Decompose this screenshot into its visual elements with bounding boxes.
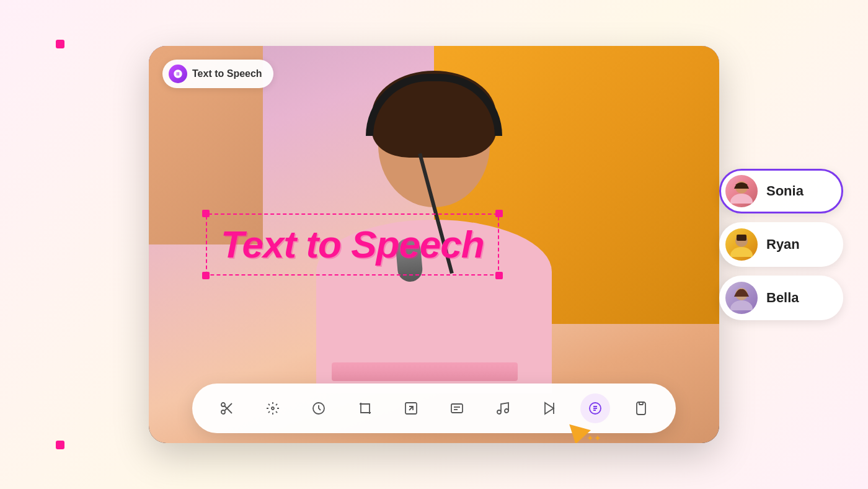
svg-marker-20: [545, 403, 554, 414]
handle-top-right[interactable]: [495, 210, 503, 217]
tool-audio[interactable]: [488, 393, 518, 423]
handle-bottom-left[interactable]: [202, 272, 210, 279]
voice-card-bella[interactable]: Bella: [719, 276, 843, 320]
svg-point-30: [730, 247, 753, 257]
svg-line-9: [268, 404, 270, 405]
voice-name-bella: Bella: [766, 290, 799, 306]
voice-card-sonia[interactable]: Sonia: [719, 169, 843, 213]
avatar-ryan-bg: [725, 228, 758, 261]
voice-name-sonia: Sonia: [766, 183, 804, 199]
avatar-sonia: [725, 175, 758, 207]
toolbar: [192, 384, 676, 433]
svg-point-0: [221, 403, 225, 406]
avatar-bella-bg: [725, 282, 758, 314]
cursor-indicator: ✦✦: [567, 427, 589, 443]
headphones: [366, 74, 502, 136]
deco-corner-tl: [56, 40, 64, 48]
toolbar-container: ✦✦: [192, 384, 676, 433]
tts-badge-icon: [169, 65, 187, 83]
svg-line-10: [276, 411, 277, 413]
handle-top-left[interactable]: [202, 210, 210, 217]
cursor-stars: ✦✦: [587, 433, 601, 443]
svg-point-1: [221, 410, 225, 414]
avatar-ryan: [725, 228, 758, 261]
svg-point-33: [730, 300, 753, 310]
svg-rect-23: [637, 402, 645, 415]
svg-line-11: [276, 404, 277, 405]
tool-tts[interactable]: [580, 393, 610, 423]
svg-point-28: [730, 194, 753, 204]
tool-caption[interactable]: [442, 393, 472, 423]
svg-line-12: [268, 411, 270, 413]
tool-crop[interactable]: [350, 393, 380, 423]
tts-text-overlay[interactable]: Text to Speech: [206, 213, 499, 276]
avatar-sonia-bg: [725, 175, 758, 207]
handle-bottom-right[interactable]: [495, 272, 503, 279]
tool-effects[interactable]: [258, 393, 288, 423]
avatar-bella: [725, 282, 758, 314]
voice-selection-panel: Sonia Ryan: [719, 169, 843, 320]
tool-speed[interactable]: [304, 393, 334, 423]
svg-rect-15: [451, 404, 463, 413]
tts-overlay-box: Text to Speech: [206, 213, 499, 276]
tts-badge-label: Text to Speech: [192, 68, 262, 79]
tool-cut[interactable]: [212, 393, 242, 423]
svg-point-4: [272, 407, 274, 410]
tool-voiceover[interactable]: [534, 393, 564, 423]
voice-name-ryan: Ryan: [766, 236, 800, 253]
main-container: Text to Speech Text to Speech: [37, 21, 831, 468]
tts-feature-badge[interactable]: Text to Speech: [162, 60, 273, 88]
svg-rect-31: [737, 235, 746, 241]
voice-card-ryan[interactable]: Ryan: [719, 222, 843, 267]
laptop: [332, 362, 518, 381]
svg-point-18: [497, 410, 501, 414]
video-card: Text to Speech Text to Speech: [149, 46, 719, 443]
deco-corner-bl: [56, 441, 64, 449]
tts-main-text: Text to Speech: [221, 223, 484, 266]
tool-resize[interactable]: [396, 393, 426, 423]
svg-point-19: [505, 409, 508, 413]
tool-timer[interactable]: [626, 393, 656, 423]
